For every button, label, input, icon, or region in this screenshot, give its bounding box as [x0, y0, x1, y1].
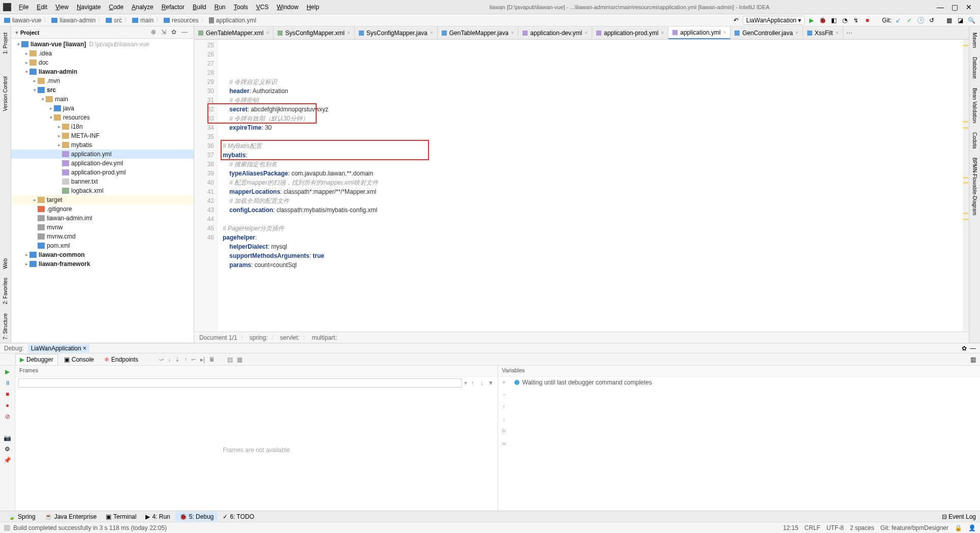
code-line[interactable]: # MyBatis配置	[223, 141, 963, 151]
rail-codota[interactable]: Codota	[971, 129, 978, 152]
code-line[interactable]: mapperLocations: classpath*:mapper/**/*M…	[223, 187, 963, 196]
pause-icon[interactable]: ⏸	[4, 379, 12, 387]
step-out-icon[interactable]: ↑	[184, 356, 187, 363]
code-line[interactable]: mybatis:	[223, 151, 963, 160]
menu-refactor[interactable]: Refactor	[158, 2, 188, 12]
bottom-tool-spring[interactable]: 🍃Spring	[4, 512, 40, 521]
minimize-panel-icon[interactable]: —	[970, 345, 976, 352]
tree-node[interactable]: ▸target	[11, 195, 194, 204]
tree-node[interactable]: mvnw.cmd	[11, 232, 194, 241]
menu-build[interactable]: Build	[189, 2, 210, 12]
code-line[interactable]: # 令牌自定义标识	[223, 77, 963, 86]
back-icon[interactable]: ↶	[731, 16, 741, 25]
gear-icon[interactable]: ✿	[962, 345, 967, 352]
caret-position[interactable]: 12:15	[783, 524, 799, 531]
tool-icon-2[interactable]: ◪	[956, 16, 965, 25]
overhead-icon[interactable]: ▥	[970, 356, 976, 363]
settings-icon[interactable]: ✿	[171, 28, 179, 37]
rail-favorites[interactable]: 2: Favorites	[2, 275, 9, 307]
code-line[interactable]: expireTime: 30	[223, 123, 963, 132]
maximize-icon[interactable]: ▢	[951, 3, 959, 11]
tab-endpoints[interactable]: ✱Endpoints	[100, 354, 142, 365]
editor-crumb[interactable]: Document 1/1	[199, 334, 237, 341]
code-line[interactable]: # PageHelper分页插件	[223, 224, 963, 233]
code-line[interactable]: # 搜索指定包别名	[223, 160, 963, 169]
git-branch[interactable]: Git: feature/bpmDesigner	[880, 524, 948, 531]
locate-icon[interactable]: ⊕	[151, 28, 159, 37]
close-tab-icon[interactable]: ×	[836, 30, 839, 36]
tree-node[interactable]: .gitignore	[11, 204, 194, 214]
crumb-segment[interactable]: liawan-admin	[59, 17, 96, 24]
tree-node[interactable]: logback.xml	[11, 186, 194, 195]
tree-node[interactable]: mvnw	[11, 223, 194, 232]
tree-node[interactable]: ▸mybatis	[11, 140, 194, 150]
menu-file[interactable]: File	[15, 2, 32, 12]
editor-tab[interactable]: application.yml×	[668, 26, 730, 39]
encoding[interactable]: UTF-8	[826, 524, 844, 531]
menu-vcs[interactable]: VCS	[253, 2, 272, 12]
code-line[interactable]: secret: abcdefghijklmnopqrstuvwxyz	[223, 105, 963, 114]
menu-analyze[interactable]: Analyze	[128, 2, 157, 12]
tree-node[interactable]: application.yml	[11, 150, 194, 159]
bottom-tool-5-debug[interactable]: 🐞5: Debug	[175, 512, 218, 521]
menu-edit[interactable]: Edit	[33, 2, 51, 12]
editor-crumb[interactable]: multipart:	[312, 334, 336, 341]
bottom-tool-terminal[interactable]: ▣Terminal	[102, 512, 140, 521]
code-line[interactable]	[223, 132, 963, 141]
menu-code[interactable]: Code	[105, 2, 127, 12]
tree-node[interactable]: ▸liawan-common	[11, 250, 194, 259]
layout-icon-1[interactable]: ▤	[227, 356, 233, 363]
search-everywhere-icon[interactable]: 🔍	[967, 16, 976, 25]
close-tab-icon[interactable]: ×	[661, 30, 664, 36]
tree-node[interactable]: banner.txt	[11, 177, 194, 186]
tree-node[interactable]: ▸.mvn	[11, 76, 194, 85]
close-tab-icon[interactable]: ×	[347, 30, 350, 36]
profile-icon[interactable]: ◔	[840, 16, 849, 25]
panel-caret-icon[interactable]: ▾	[15, 29, 18, 36]
down-icon[interactable]: ↓	[503, 416, 506, 423]
copy-icon[interactable]: ⎘	[502, 428, 506, 435]
run-config-selector[interactable]: LiaWanApplication ▾	[743, 16, 805, 25]
menu-view[interactable]: View	[52, 2, 72, 12]
tree-node[interactable]: application-dev.yml	[11, 159, 194, 168]
crumb-segment[interactable]: src	[114, 17, 122, 24]
git-revert-icon[interactable]: ↺	[927, 16, 936, 25]
close-tab-icon[interactable]: ×	[585, 30, 588, 36]
layout-icon-2[interactable]: ▦	[237, 356, 242, 363]
tree-node[interactable]: application-prod.yml	[11, 168, 194, 177]
next-frame-icon[interactable]: ↓	[478, 379, 485, 387]
tree-node[interactable]: ▾src	[11, 85, 194, 95]
filter-icon[interactable]: ▼	[487, 379, 495, 387]
mute-breakpoints-icon[interactable]: ⊘	[4, 412, 12, 421]
project-tree[interactable]: ▾liawan-vue [liawan]D:\javapub\liawan-vu…	[11, 39, 194, 343]
event-log-button[interactable]: ⊟ Event Log	[942, 513, 976, 520]
bottom-tool-java-enterprise[interactable]: ☕Java Enterprise	[41, 512, 101, 521]
git-history-icon[interactable]: 🕓	[916, 16, 925, 25]
crumb-segment[interactable]: resources	[172, 17, 199, 24]
menu-help[interactable]: Help	[303, 2, 323, 12]
code-line[interactable]: supportMethodsArguments: true	[223, 251, 963, 260]
tree-node[interactable]: ▸.idea	[11, 49, 194, 58]
tree-node[interactable]: ▸META-INF	[11, 131, 194, 140]
attach-icon[interactable]: ↯	[851, 16, 861, 25]
close-tab-icon[interactable]: ×	[511, 30, 514, 36]
tree-node[interactable]: ▾liawan-admin	[11, 67, 194, 76]
vars-content[interactable]: Waiting until last debugger command comp…	[510, 377, 981, 511]
hide-icon[interactable]: —	[181, 28, 190, 37]
editor-tab[interactable]: GenController.java×	[730, 26, 803, 39]
collapse-icon[interactable]: ⇲	[161, 28, 169, 37]
evaluate-icon[interactable]: 🖩	[209, 356, 215, 363]
code-line[interactable]: header: Authorization	[223, 86, 963, 96]
prev-frame-icon[interactable]: ↑	[469, 379, 476, 387]
step-into-icon[interactable]: ↓	[168, 356, 171, 363]
menu-window[interactable]: Window	[273, 2, 302, 12]
code-line[interactable]	[223, 270, 963, 279]
crumb-segment[interactable]: application.yml	[216, 17, 256, 24]
editor-crumb[interactable]: spring:	[250, 334, 268, 341]
code-line[interactable]: typeAliasesPackage: com.javapub.liawan.*…	[223, 169, 963, 178]
debug-icon[interactable]: 🐞	[818, 16, 827, 25]
code-line[interactable]: helperDialect: mysql	[223, 242, 963, 251]
breakpoints-icon[interactable]: ●	[4, 401, 12, 409]
close-tab-icon[interactable]: ×	[430, 30, 433, 36]
rail-maven[interactable]: Maven	[971, 29, 978, 51]
